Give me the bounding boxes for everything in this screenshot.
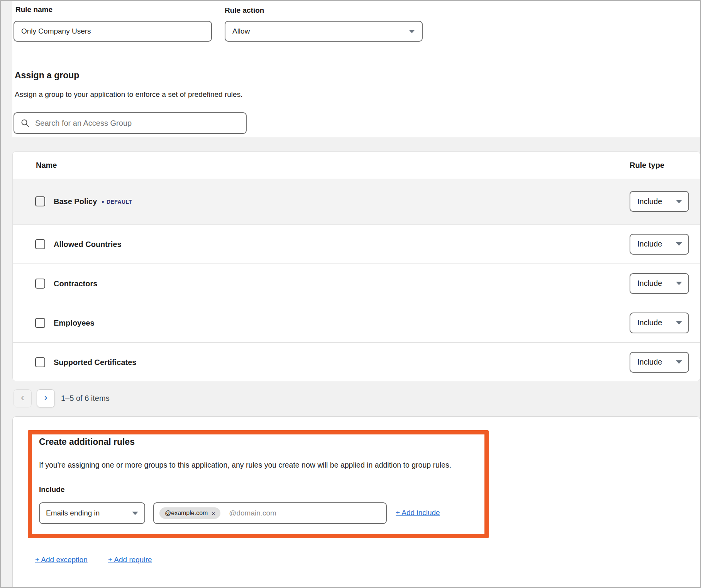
row-label: Employees — [54, 318, 95, 327]
rule-name-label: Rule name — [15, 5, 52, 14]
next-page-button[interactable]: › — [37, 389, 55, 407]
table-row: Supported Certificates Include — [13, 342, 700, 381]
access-groups-table: Name Rule type Base Policy • DEFAULT Inc… — [12, 151, 700, 381]
chip-remove-icon[interactable]: × — [212, 510, 215, 516]
additional-rules-card: Create additional rules If you're assign… — [12, 416, 700, 587]
email-domain-chip: @example.com × — [159, 507, 220, 519]
chevron-down-icon — [676, 360, 682, 364]
rule-type-select[interactable]: Include — [630, 313, 689, 333]
rule-action-value: Allow — [232, 27, 250, 35]
table-body: Base Policy • DEFAULT Include Allowed Co… — [13, 179, 700, 381]
rule-criteria-value: Emails ending in — [46, 509, 100, 517]
pagination-summary: 1–5 of 6 items — [61, 394, 110, 403]
group-name: Employees — [54, 318, 95, 327]
rule-type-select[interactable]: Include — [630, 352, 689, 373]
chip-label: @example.com — [165, 510, 208, 517]
assign-group-heading: Assign a group — [15, 70, 79, 81]
rule-name-input[interactable]: Only Company Users — [14, 21, 212, 42]
rule-form-panel: Rule name Only Company Users Rule action… — [12, 1, 700, 137]
search-icon — [20, 118, 30, 128]
rule-type-select[interactable]: Include — [630, 273, 689, 294]
add-include-link[interactable]: + Add include — [396, 509, 440, 517]
rule-name-value: Only Company Users — [21, 27, 91, 35]
previous-page-button[interactable]: ‹ — [14, 389, 32, 407]
rule-type-value: Include — [637, 279, 662, 288]
email-domain-placeholder: @domain.com — [229, 509, 276, 517]
rule-type-select[interactable]: Include — [630, 234, 689, 255]
rule-type-value: Include — [637, 358, 662, 367]
column-header-name: Name — [13, 161, 57, 170]
rule-type-value: Include — [637, 197, 662, 206]
email-domain-input[interactable]: @example.com × @domain.com — [153, 502, 387, 524]
column-header-rule-type: Rule type — [630, 161, 689, 170]
row-label: Base Policy • DEFAULT — [54, 197, 132, 206]
table-row: Contractors Include — [13, 264, 700, 303]
chevron-down-icon — [676, 242, 682, 246]
bullet-icon: • — [102, 198, 104, 205]
search-placeholder: Search for an Access Group — [35, 119, 132, 128]
rule-action-label: Rule action — [225, 6, 264, 15]
chevron-down-icon — [676, 200, 682, 203]
row-checkbox[interactable] — [35, 239, 45, 249]
row-checkbox[interactable] — [35, 196, 45, 206]
table-header-row: Name Rule type — [13, 152, 700, 179]
access-group-search-input[interactable]: Search for an Access Group — [14, 112, 247, 134]
assign-group-description: Assign a group to your application to en… — [15, 90, 242, 99]
rule-type-select[interactable]: Include — [630, 191, 689, 212]
row-label: Contractors — [54, 279, 97, 288]
chevron-down-icon — [676, 282, 682, 285]
rule-type-value: Include — [637, 318, 662, 327]
group-name: Base Policy — [54, 197, 97, 206]
include-label: Include — [39, 485, 65, 494]
chevron-down-icon — [132, 512, 138, 515]
rule-action-select[interactable]: Allow — [225, 21, 423, 42]
row-label: Supported Certificates — [54, 358, 136, 367]
default-badge: • DEFAULT — [102, 198, 132, 205]
table-row: Allowed Countries Include — [13, 224, 700, 264]
access-rule-page: Rule name Only Company Users Rule action… — [0, 0, 701, 588]
pagination: ‹ › 1–5 of 6 items — [14, 389, 110, 407]
row-checkbox[interactable] — [35, 279, 45, 289]
chevron-down-icon — [676, 321, 682, 324]
table-row: Employees Include — [13, 303, 700, 342]
row-checkbox[interactable] — [35, 357, 45, 367]
add-exception-link[interactable]: + Add exception — [35, 556, 88, 564]
additional-rules-heading: Create additional rules — [39, 437, 135, 447]
group-name: Supported Certificates — [54, 358, 136, 367]
group-name: Allowed Countries — [54, 240, 122, 248]
table-row: Base Policy • DEFAULT Include — [13, 179, 700, 224]
rule-type-value: Include — [637, 240, 662, 248]
group-name: Contractors — [54, 279, 97, 288]
row-label: Allowed Countries — [54, 240, 122, 248]
add-require-link[interactable]: + Add require — [108, 556, 152, 564]
chevron-down-icon — [409, 30, 415, 33]
row-checkbox[interactable] — [35, 318, 45, 328]
rule-criteria-select[interactable]: Emails ending in — [39, 502, 145, 524]
additional-rules-description: If you're assigning one or more groups t… — [39, 461, 451, 470]
